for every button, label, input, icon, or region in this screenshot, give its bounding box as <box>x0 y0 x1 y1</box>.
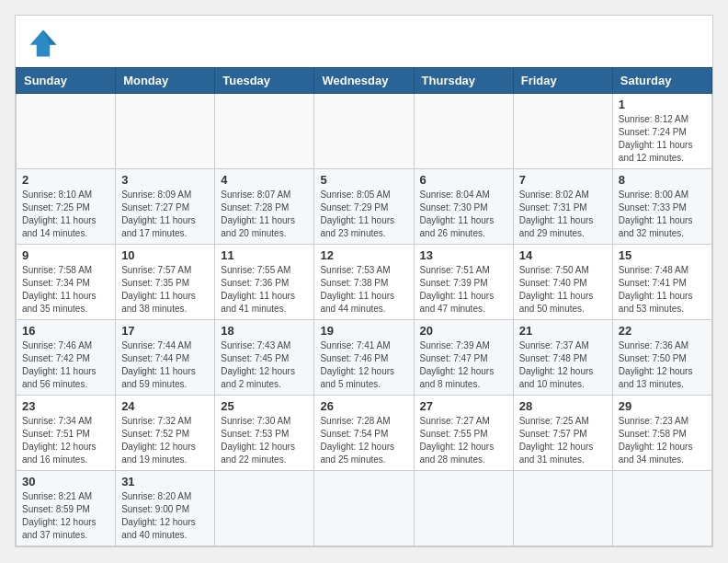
calendar-cell: 4Sunrise: 8:07 AM Sunset: 7:28 PM Daylig… <box>215 169 314 245</box>
day-number: 5 <box>320 173 407 187</box>
calendar-cell: 18Sunrise: 7:43 AM Sunset: 7:45 PM Dayli… <box>215 320 314 396</box>
day-number: 28 <box>519 399 607 413</box>
day-info: Sunrise: 7:25 AM Sunset: 7:57 PM Dayligh… <box>519 415 607 466</box>
calendar-cell: 9Sunrise: 7:58 AM Sunset: 7:34 PM Daylig… <box>17 245 116 320</box>
weekday-header-friday: Friday <box>513 68 612 94</box>
calendar-cell: 5Sunrise: 8:05 AM Sunset: 7:29 PM Daylig… <box>314 169 414 245</box>
calendar-cell: 26Sunrise: 7:28 AM Sunset: 7:54 PM Dayli… <box>314 396 414 471</box>
day-number: 29 <box>619 399 706 413</box>
calendar-cell: 8Sunrise: 8:00 AM Sunset: 7:33 PM Daylig… <box>612 169 711 245</box>
calendar-cell: 3Sunrise: 8:09 AM Sunset: 7:27 PM Daylig… <box>116 169 215 245</box>
day-info: Sunrise: 7:58 AM Sunset: 7:34 PM Dayligh… <box>22 264 109 316</box>
calendar-week-row: 16Sunrise: 7:46 AM Sunset: 7:42 PM Dayli… <box>17 320 712 396</box>
day-info: Sunrise: 8:09 AM Sunset: 7:27 PM Dayligh… <box>121 189 209 240</box>
header <box>16 16 712 67</box>
day-number: 24 <box>121 399 209 413</box>
day-number: 15 <box>619 248 706 262</box>
calendar-cell: 24Sunrise: 7:32 AM Sunset: 7:52 PM Dayli… <box>116 396 215 471</box>
calendar-week-row: 1Sunrise: 8:12 AM Sunset: 7:24 PM Daylig… <box>17 94 712 169</box>
day-number: 27 <box>420 399 507 413</box>
day-info: Sunrise: 7:55 AM Sunset: 7:36 PM Dayligh… <box>221 264 308 316</box>
day-info: Sunrise: 8:12 AM Sunset: 7:24 PM Dayligh… <box>619 113 706 165</box>
calendar-cell: 11Sunrise: 7:55 AM Sunset: 7:36 PM Dayli… <box>215 245 314 320</box>
day-number: 25 <box>221 399 308 413</box>
calendar-week-row: 2Sunrise: 8:10 AM Sunset: 7:25 PM Daylig… <box>17 169 712 245</box>
day-number: 8 <box>619 173 706 187</box>
calendar-cell: 10Sunrise: 7:57 AM Sunset: 7:35 PM Dayli… <box>116 245 215 320</box>
day-number: 30 <box>22 475 109 488</box>
day-number: 7 <box>519 173 607 187</box>
day-number: 18 <box>221 324 308 338</box>
day-info: Sunrise: 7:39 AM Sunset: 7:47 PM Dayligh… <box>420 339 507 391</box>
day-info: Sunrise: 7:37 AM Sunset: 7:48 PM Dayligh… <box>519 339 607 391</box>
calendar-cell: 27Sunrise: 7:27 AM Sunset: 7:55 PM Dayli… <box>414 396 513 471</box>
calendar-cell: 22Sunrise: 7:36 AM Sunset: 7:50 PM Dayli… <box>612 320 711 396</box>
calendar-cell: 15Sunrise: 7:48 AM Sunset: 7:41 PM Dayli… <box>612 245 711 320</box>
weekday-header-monday: Monday <box>116 68 215 94</box>
day-info: Sunrise: 7:51 AM Sunset: 7:39 PM Dayligh… <box>420 264 507 316</box>
calendar-cell <box>414 94 513 169</box>
day-number: 31 <box>121 475 209 488</box>
calendar-cell: 6Sunrise: 8:04 AM Sunset: 7:30 PM Daylig… <box>414 169 513 245</box>
day-info: Sunrise: 8:10 AM Sunset: 7:25 PM Dayligh… <box>22 189 109 240</box>
calendar-cell <box>612 471 711 546</box>
day-info: Sunrise: 7:34 AM Sunset: 7:51 PM Dayligh… <box>22 415 109 466</box>
day-number: 6 <box>420 173 507 187</box>
day-info: Sunrise: 7:41 AM Sunset: 7:46 PM Dayligh… <box>320 339 407 391</box>
weekday-header-sunday: Sunday <box>17 68 116 94</box>
calendar-body: 1Sunrise: 8:12 AM Sunset: 7:24 PM Daylig… <box>17 94 712 546</box>
day-number: 10 <box>121 248 209 262</box>
day-info: Sunrise: 7:44 AM Sunset: 7:44 PM Dayligh… <box>121 339 209 391</box>
calendar-cell <box>215 471 314 546</box>
calendar-cell: 13Sunrise: 7:51 AM Sunset: 7:39 PM Dayli… <box>414 245 513 320</box>
day-info: Sunrise: 7:57 AM Sunset: 7:35 PM Dayligh… <box>121 264 209 316</box>
day-number: 12 <box>320 248 407 262</box>
weekday-header-thursday: Thursday <box>414 68 513 94</box>
day-number: 17 <box>121 324 209 338</box>
calendar-week-row: 30Sunrise: 8:21 AM Sunset: 8:59 PM Dayli… <box>17 471 712 546</box>
calendar-cell: 31Sunrise: 8:20 AM Sunset: 9:00 PM Dayli… <box>116 471 215 546</box>
calendar-cell <box>17 94 116 169</box>
day-info: Sunrise: 8:00 AM Sunset: 7:33 PM Dayligh… <box>619 189 706 240</box>
calendar-cell: 30Sunrise: 8:21 AM Sunset: 8:59 PM Dayli… <box>17 471 116 546</box>
calendar-cell: 17Sunrise: 7:44 AM Sunset: 7:44 PM Dayli… <box>116 320 215 396</box>
weekday-header-tuesday: Tuesday <box>215 68 314 94</box>
day-number: 16 <box>22 324 109 338</box>
calendar-table: SundayMondayTuesdayWednesdayThursdayFrid… <box>16 67 712 546</box>
calendar-cell: 7Sunrise: 8:02 AM Sunset: 7:31 PM Daylig… <box>513 169 612 245</box>
calendar-cell: 1Sunrise: 8:12 AM Sunset: 7:24 PM Daylig… <box>612 94 711 169</box>
calendar-page: SundayMondayTuesdayWednesdayThursdayFrid… <box>15 15 713 547</box>
calendar-cell: 14Sunrise: 7:50 AM Sunset: 7:40 PM Dayli… <box>513 245 612 320</box>
day-number: 11 <box>221 248 308 262</box>
calendar-cell: 20Sunrise: 7:39 AM Sunset: 7:47 PM Dayli… <box>414 320 513 396</box>
day-number: 21 <box>519 324 607 338</box>
calendar-week-row: 23Sunrise: 7:34 AM Sunset: 7:51 PM Dayli… <box>17 396 712 471</box>
day-info: Sunrise: 8:21 AM Sunset: 8:59 PM Dayligh… <box>22 490 109 542</box>
day-number: 14 <box>519 248 607 262</box>
calendar-week-row: 9Sunrise: 7:58 AM Sunset: 7:34 PM Daylig… <box>17 245 712 320</box>
day-info: Sunrise: 7:27 AM Sunset: 7:55 PM Dayligh… <box>420 415 507 466</box>
day-number: 3 <box>121 173 209 187</box>
day-number: 9 <box>22 248 109 262</box>
calendar-cell: 28Sunrise: 7:25 AM Sunset: 7:57 PM Dayli… <box>513 396 612 471</box>
day-number: 22 <box>619 324 706 338</box>
day-info: Sunrise: 7:36 AM Sunset: 7:50 PM Dayligh… <box>619 339 706 391</box>
calendar-cell: 12Sunrise: 7:53 AM Sunset: 7:38 PM Dayli… <box>314 245 414 320</box>
calendar-cell <box>513 94 612 169</box>
calendar-cell <box>414 471 513 546</box>
day-info: Sunrise: 8:20 AM Sunset: 9:00 PM Dayligh… <box>121 490 209 542</box>
day-info: Sunrise: 8:07 AM Sunset: 7:28 PM Dayligh… <box>221 189 308 240</box>
weekday-row: SundayMondayTuesdayWednesdayThursdayFrid… <box>17 68 712 94</box>
calendar-cell <box>314 471 414 546</box>
day-info: Sunrise: 8:02 AM Sunset: 7:31 PM Dayligh… <box>519 189 607 240</box>
day-number: 20 <box>420 324 507 338</box>
day-number: 2 <box>22 173 109 187</box>
day-number: 13 <box>420 248 507 262</box>
calendar-cell: 21Sunrise: 7:37 AM Sunset: 7:48 PM Dayli… <box>513 320 612 396</box>
calendar-header: SundayMondayTuesdayWednesdayThursdayFrid… <box>17 68 712 94</box>
day-number: 26 <box>320 399 407 413</box>
weekday-header-wednesday: Wednesday <box>314 68 414 94</box>
day-info: Sunrise: 8:04 AM Sunset: 7:30 PM Dayligh… <box>420 189 507 240</box>
calendar-cell <box>215 94 314 169</box>
day-info: Sunrise: 7:28 AM Sunset: 7:54 PM Dayligh… <box>320 415 407 466</box>
